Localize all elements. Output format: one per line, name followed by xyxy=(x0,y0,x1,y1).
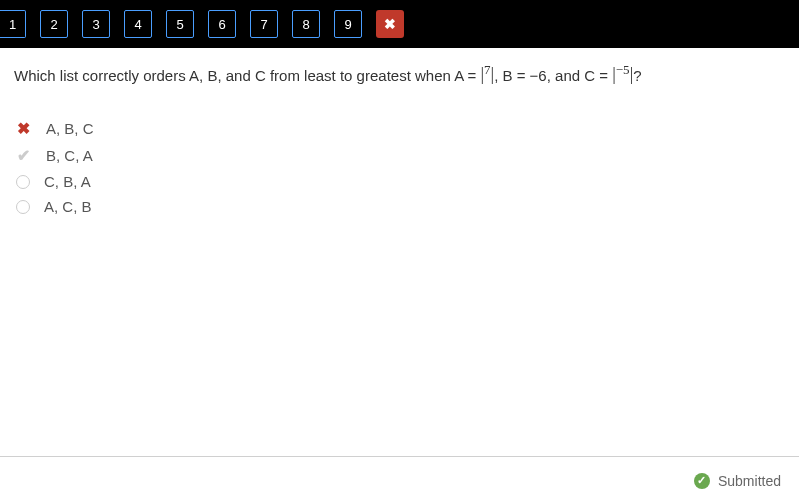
check-icon: ✔ xyxy=(14,146,32,165)
nav-question-7[interactable]: 7 xyxy=(250,10,278,38)
question-part-1: Which list correctly orders A, B, and C … xyxy=(14,67,480,84)
nav-question-6[interactable]: 6 xyxy=(208,10,236,38)
option-label: B, C, A xyxy=(46,147,93,164)
nav-question-8[interactable]: 8 xyxy=(292,10,320,38)
abs-value-a: |7| xyxy=(480,65,494,81)
option-d[interactable]: A, C, B xyxy=(14,198,785,215)
question-part-2: , B = −6, and C = xyxy=(494,67,612,84)
nav-question-3[interactable]: 3 xyxy=(82,10,110,38)
submitted-label: Submitted xyxy=(718,473,781,489)
check-circle-icon: ✓ xyxy=(694,473,710,489)
option-a[interactable]: ✖ A, B, C xyxy=(14,119,785,138)
radio-icon xyxy=(16,175,30,189)
footer-bar: ✓ Submitted xyxy=(0,456,799,504)
option-label: A, C, B xyxy=(44,198,92,215)
option-c[interactable]: C, B, A xyxy=(14,173,785,190)
option-label: A, B, C xyxy=(46,120,94,137)
option-label: C, B, A xyxy=(44,173,91,190)
nav-question-9[interactable]: 9 xyxy=(334,10,362,38)
option-b[interactable]: ✔ B, C, A xyxy=(14,146,785,165)
nav-question-1[interactable]: 1 xyxy=(0,10,26,38)
question-part-3: ? xyxy=(633,67,641,84)
radio-icon xyxy=(16,200,30,214)
submitted-status: ✓ Submitted xyxy=(694,473,781,489)
wrong-icon: ✖ xyxy=(14,119,32,138)
nav-question-5[interactable]: 5 xyxy=(166,10,194,38)
question-content: Which list correctly orders A, B, and C … xyxy=(0,48,799,456)
abs-value-c: |−5| xyxy=(612,65,633,81)
question-nav-bar: 1 2 3 4 5 6 7 8 9 ✖ xyxy=(0,0,799,48)
nav-question-2[interactable]: 2 xyxy=(40,10,68,38)
answer-options: ✖ A, B, C ✔ B, C, A C, B, A A, C, B xyxy=(14,119,785,215)
close-icon: ✖ xyxy=(384,16,396,32)
nav-question-4[interactable]: 4 xyxy=(124,10,152,38)
close-button[interactable]: ✖ xyxy=(376,10,404,38)
question-text: Which list correctly orders A, B, and C … xyxy=(14,64,785,91)
